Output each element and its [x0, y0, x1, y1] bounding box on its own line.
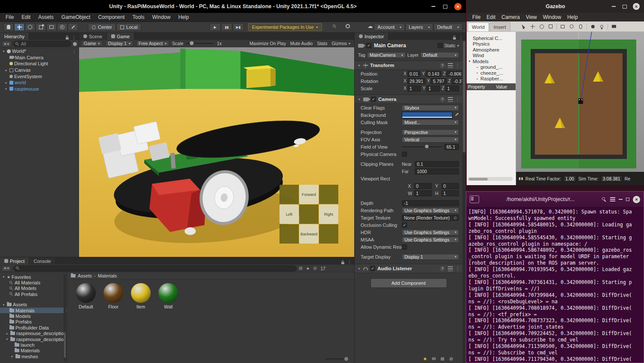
asset-floor-material[interactable]: Floor [100, 283, 127, 309]
rotation-x-field[interactable]: 29.391 [407, 78, 425, 84]
terminal-output[interactable]: [INFO] [1630640994.571078, 0.342000]: Sp… [466, 207, 644, 363]
hierarchy-item-raspimouse[interactable]: ▸ raspimouse [0, 86, 79, 92]
aspect-dropdown[interactable]: Free Aspect▾ [136, 40, 169, 46]
message-icon[interactable]: ✉ [432, 356, 436, 362]
near-clip-field[interactable]: 0.1 [415, 161, 459, 167]
component-menu-icon[interactable]: ⋮ [456, 97, 460, 102]
select-tool-icon[interactable] [520, 23, 527, 30]
viewport-h-field[interactable]: 1 [441, 190, 459, 196]
terminal-tab-icon[interactable] [470, 195, 479, 203]
help-icon[interactable]: ? [440, 97, 445, 102]
viewport-w-field[interactable]: 1 [414, 190, 432, 196]
assets-root[interactable]: ▾ Assets [0, 302, 67, 308]
gazebo-titlebar[interactable]: Gazebo × [467, 0, 644, 13]
scale-slider[interactable] [186, 43, 214, 44]
folder-probuilder-data[interactable]: ProBuilder Data [0, 325, 67, 330]
component-menu-icon[interactable]: ⋮ [456, 266, 460, 271]
pause-button[interactable]: ▮▮ [221, 23, 232, 31]
grid-icon[interactable]: ⊞ [440, 356, 444, 362]
msaa-dropdown[interactable]: Use Graphics Settings▾ [402, 237, 459, 243]
box-shape-icon[interactable] [559, 23, 566, 30]
projection-dropdown[interactable]: Perspective▾ [402, 129, 459, 135]
search-icon[interactable] [602, 197, 607, 202]
menu-camera[interactable]: Camera [498, 14, 523, 20]
asset-default-material[interactable]: Default [73, 283, 99, 309]
right-button[interactable]: Right [319, 204, 338, 224]
transform-tool-button[interactable] [57, 23, 67, 31]
hierarchy-search-input[interactable]: All [13, 41, 71, 47]
close-icon[interactable]: × [633, 3, 640, 10]
layout-dropdown[interactable]: Default▾ [434, 23, 462, 31]
rotation-z-field[interactable]: -0.373 [452, 78, 462, 84]
tree-item-physics[interactable]: Physics [467, 41, 516, 47]
forward-button[interactable]: Forward [299, 185, 319, 204]
hierarchy-item-world[interactable]: ▸ world [0, 79, 79, 86]
minimize-icon[interactable] [611, 3, 617, 9]
unity-titlebar[interactable]: Unity - RasPiMouseWorld - World - PC, Ma… [0, 0, 466, 13]
target-display-dropdown[interactable]: Display 1▾ [402, 254, 459, 260]
play-button[interactable]: ▶ [210, 23, 221, 31]
menu-help[interactable]: Help [564, 14, 581, 20]
rotate-tool-icon[interactable] [538, 23, 545, 30]
backward-button[interactable]: Backward [299, 224, 319, 244]
position-y-field[interactable]: 0.143 [426, 71, 441, 77]
component-menu-icon[interactable]: ⋮ [456, 63, 460, 68]
translate-tool-icon[interactable] [529, 23, 536, 30]
spot-light-icon[interactable] [598, 23, 605, 30]
terminal-titlebar[interactable]: /home/akihi/UnityProjects/r... × [466, 192, 644, 207]
menu-window[interactable]: Window [148, 13, 174, 22]
camera-component-header[interactable]: ▾ ✓ Camera ? ⋮ [355, 95, 462, 104]
culling-mask-dropdown[interactable]: Mixed...▾ [402, 119, 459, 125]
breadcrumb-current[interactable]: Materials [98, 273, 117, 278]
left-button[interactable]: Left [279, 204, 299, 224]
tree-item-atmosphere[interactable]: Atmosphere [467, 47, 516, 53]
tab-game[interactable]: Game [107, 33, 134, 40]
step-button[interactable]: ▶▮ [233, 23, 244, 31]
hand-tool-button[interactable] [3, 23, 14, 31]
scale-y-field[interactable]: 1 [426, 85, 440, 92]
folder-models[interactable]: Models [0, 313, 67, 319]
menu-view[interactable]: View [523, 14, 540, 20]
account-dropdown[interactable]: Account▾ [374, 23, 405, 31]
clear-flags-dropdown[interactable]: Skybox▾ [402, 105, 459, 111]
dynamic-resolution-checkbox[interactable] [402, 244, 407, 250]
menu-file[interactable]: File [2, 13, 18, 22]
menu-window[interactable]: Window [540, 14, 565, 20]
tab-world[interactable]: World [468, 22, 489, 31]
scale-tool-icon[interactable] [547, 23, 554, 30]
fov-axis-dropdown[interactable]: Vertical▾ [402, 137, 459, 143]
close-icon[interactable]: × [454, 3, 462, 10]
favorite-all-models[interactable]: All Models [0, 286, 67, 291]
menu-help[interactable]: Help [174, 13, 193, 22]
rendering-path-dropdown[interactable]: Use Graphics Settings▾ [402, 207, 459, 214]
folder-materials-sub[interactable]: Materials [0, 348, 67, 354]
far-clip-field[interactable]: 1000 [415, 168, 459, 174]
folder-raspimouse-description-1[interactable]: ▸raspimouse_descriptio [0, 331, 67, 336]
tree-item-spherical-coordinates[interactable]: Spherical C... [467, 35, 516, 41]
tab-inspector[interactable]: Inspector [355, 33, 389, 40]
gear-icon[interactable] [346, 24, 350, 28]
alert-icon[interactable]: ★ [423, 356, 427, 362]
asset-item-material[interactable]: Item [128, 283, 154, 309]
minimize-icon[interactable] [430, 3, 436, 9]
project-tree-scrollbar[interactable] [64, 274, 66, 361]
maximize-icon[interactable] [626, 198, 629, 201]
saved-search-star-icon[interactable]: ★ [306, 266, 310, 271]
preset-icon[interactable] [448, 97, 453, 102]
display-dropdown[interactable]: Display 1▾ [106, 40, 133, 46]
menu-component[interactable]: Component [94, 13, 128, 22]
hierarchy-item-scene[interactable]: ▾ World* ⋮ [0, 48, 79, 55]
physical-camera-checkbox[interactable] [402, 152, 407, 157]
lock-icon[interactable] [341, 262, 344, 264]
camera-enabled-checkbox[interactable]: ✓ [371, 97, 376, 102]
maximize-icon[interactable] [442, 3, 448, 9]
cloud-icon[interactable]: ☁ [368, 23, 373, 31]
fov-slider[interactable] [402, 146, 442, 147]
folder-materials[interactable]: Materials [0, 308, 67, 313]
menu-edit[interactable]: Edit [18, 13, 34, 22]
screenshot-icon[interactable] [611, 23, 617, 30]
tab-console[interactable]: Console [29, 257, 55, 265]
layer-dropdown[interactable]: Default▾ [420, 52, 459, 58]
rotate-tool-button[interactable] [25, 23, 35, 31]
breadcrumb-root[interactable]: Assets [78, 273, 92, 278]
